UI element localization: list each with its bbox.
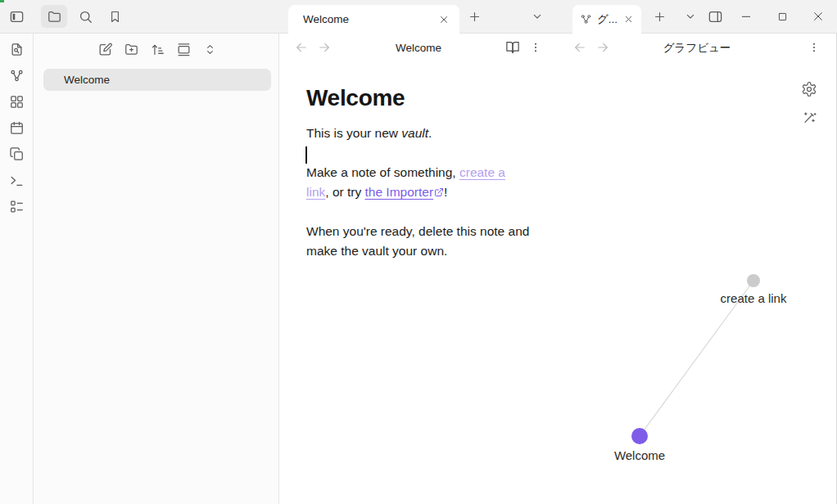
navigate-forward-button[interactable]	[314, 37, 335, 58]
graph-node-create-a-link[interactable]	[747, 274, 760, 287]
plus-icon	[653, 10, 667, 24]
sidebar-tab-search[interactable]	[74, 5, 97, 28]
file-item-welcome[interactable]: Welcome	[43, 69, 271, 91]
file-item-label: Welcome	[64, 74, 110, 86]
file-search-icon	[9, 42, 25, 57]
right-tab-strip: グ...	[558, 0, 837, 33]
chevrons-up-down-icon	[203, 43, 217, 56]
graph-canvas[interactable]	[558, 34, 837, 504]
tab-welcome[interactable]: Welcome	[288, 5, 459, 34]
bookmark-icon	[108, 10, 122, 24]
calendar-icon	[9, 120, 25, 136]
note-paragraph-1: This is your new vault.	[306, 124, 531, 143]
new-tab-button[interactable]	[463, 5, 486, 28]
italic-vault: vault	[401, 126, 428, 140]
more-vertical-icon	[529, 41, 542, 54]
folder-icon	[47, 9, 62, 25]
titlebar-ribbon-segment	[0, 0, 34, 33]
note-heading: Welcome	[306, 84, 531, 112]
toggle-right-sidebar-button[interactable]	[704, 5, 726, 28]
new-tab-button-right[interactable]	[648, 5, 671, 28]
graph-timelapse-button[interactable]	[800, 109, 818, 127]
ribbon-templates-button[interactable]	[6, 146, 27, 162]
ribbon-canvas-button[interactable]	[6, 93, 27, 110]
close-icon	[623, 14, 634, 25]
chevron-down-icon	[531, 10, 544, 23]
window-maximize-button[interactable]	[770, 5, 794, 28]
note-paragraph-2: Make a note of something, create a link,…	[306, 163, 531, 202]
external-link-icon	[434, 187, 444, 197]
left-ribbon	[0, 34, 34, 504]
book-open-icon	[505, 40, 520, 55]
chevron-down-icon	[684, 10, 697, 23]
note-paragraph-3: When you're ready, delete this note and …	[306, 222, 531, 261]
new-note-icon	[97, 42, 113, 57]
tab-list-dropdown-button-right[interactable]	[679, 5, 702, 28]
note-content[interactable]: Welcome This is your new vault. Make a n…	[279, 84, 531, 261]
layout-list-icon	[9, 199, 25, 214]
titlebar: Welcome グ...	[0, 0, 837, 34]
settings-gear-icon	[801, 81, 817, 97]
panel-left-icon	[9, 9, 25, 25]
tab-graph-view[interactable]: グ...	[572, 5, 641, 34]
file-explorer: Welcome	[34, 34, 279, 504]
maximize-icon	[776, 11, 789, 23]
graph-controls	[800, 80, 818, 127]
ribbon-graph-button[interactable]	[6, 67, 27, 83]
main-tab-strip: Welcome	[279, 0, 558, 33]
minimize-icon	[740, 10, 753, 23]
wand-sparkles-icon	[801, 110, 817, 126]
window-close-button[interactable]	[806, 5, 830, 28]
ribbon-layout-list-button[interactable]	[6, 198, 27, 214]
copy-icon	[9, 146, 25, 162]
ribbon-command-palette-button[interactable]	[6, 172, 27, 188]
close-icon	[438, 14, 450, 25]
ribbon-quick-switcher-button[interactable]	[6, 41, 27, 57]
gallery-vertical-icon	[176, 42, 192, 57]
tab-graph-close-button[interactable]	[619, 11, 637, 29]
editor-view-header: Welcome	[279, 34, 558, 62]
new-note-button[interactable]	[97, 39, 113, 59]
arrow-right-icon	[317, 40, 332, 55]
sort-order-button[interactable]	[150, 39, 165, 59]
text-cursor	[305, 146, 307, 164]
layout-grid-icon	[9, 94, 25, 110]
navigate-back-button[interactable]	[291, 37, 312, 58]
external-link-the-importer[interactable]: the Importer	[365, 185, 434, 199]
toggle-left-sidebar-button[interactable]	[5, 5, 28, 28]
reading-mode-button[interactable]	[502, 37, 523, 58]
sidebar-tab-bookmarks[interactable]	[103, 5, 126, 28]
collapse-all-button[interactable]	[202, 39, 218, 59]
graph-pane: グラフビュー create a linkWelcome	[558, 34, 837, 504]
tab-graph-title: グ...	[597, 12, 618, 27]
window-corner-artifact	[0, 0, 4, 2]
explorer-toolbar	[97, 39, 218, 59]
sidebar-tab-strip	[34, 0, 279, 33]
graph-node-label-welcome: Welcome	[614, 448, 665, 462]
graph-icon	[580, 13, 592, 25]
graph-node-label-create-a-link: create a link	[721, 291, 787, 305]
gallery-view-button[interactable]	[176, 39, 192, 59]
more-options-button[interactable]	[525, 37, 546, 58]
plus-icon	[468, 10, 482, 24]
graph-settings-button[interactable]	[800, 80, 818, 98]
window-minimize-button[interactable]	[734, 5, 758, 28]
sidebar-tab-files[interactable]	[41, 5, 67, 28]
new-folder-icon	[124, 42, 139, 57]
new-folder-button[interactable]	[124, 39, 139, 59]
graph-icon	[9, 68, 25, 83]
editor-pane: Welcome Welcome This is your new vault. …	[279, 34, 558, 504]
tab-welcome-title: Welcome	[303, 13, 349, 25]
search-icon	[78, 9, 93, 25]
ribbon-daily-note-button[interactable]	[6, 119, 27, 136]
graph-node-welcome[interactable]	[631, 428, 648, 444]
close-icon	[812, 10, 825, 23]
arrow-left-icon	[294, 40, 309, 55]
terminal-icon	[9, 173, 25, 188]
tab-list-dropdown-button[interactable]	[526, 5, 549, 28]
panel-right-icon	[708, 9, 723, 25]
sort-ascending-icon	[150, 42, 165, 57]
tab-welcome-close-button[interactable]	[435, 11, 453, 29]
